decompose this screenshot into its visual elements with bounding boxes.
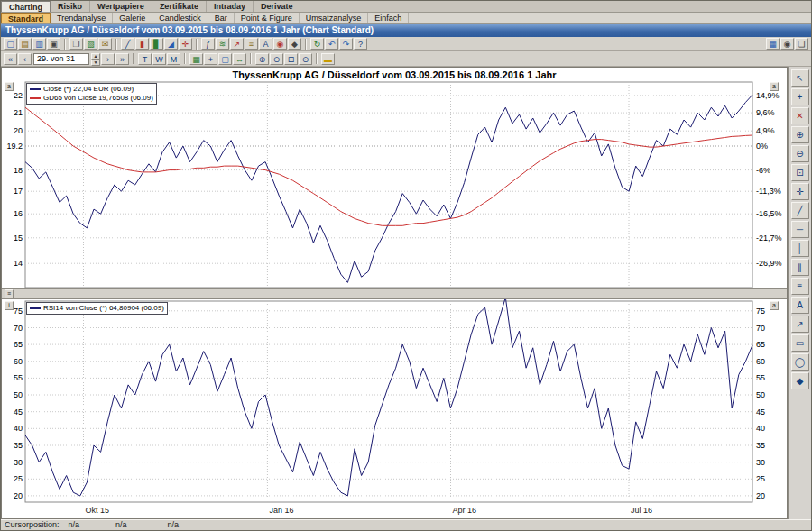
subtab-7[interactable]: Einfach: [368, 13, 409, 23]
tab-1[interactable]: Risiko: [51, 1, 90, 12]
main-pane-right-button[interactable]: a: [770, 82, 779, 91]
trend-icon[interactable]: ↗: [230, 38, 244, 50]
timeframe-day-icon[interactable]: T: [138, 53, 152, 65]
main-pane-left-button[interactable]: a: [5, 82, 14, 91]
chart-position-value: 29. von 31: [37, 54, 75, 64]
y-tick-label-left: 30: [14, 458, 23, 467]
rectangle-tool-icon[interactable]: ▭: [791, 334, 809, 352]
zoom-in-tool-icon[interactable]: ⊕: [791, 126, 809, 143]
vertical-line-tool-icon[interactable]: │: [791, 240, 809, 257]
legend-label: RSI14 von Close (*) 64,80904 (06.09): [43, 304, 164, 312]
subtab-4[interactable]: Bar: [208, 13, 235, 23]
horizontal-line-tool-icon[interactable]: ─: [791, 221, 809, 238]
copy-icon[interactable]: ❐: [69, 38, 83, 50]
subtab-6[interactable]: Umsatzanalyse: [300, 13, 369, 23]
zoom-in-icon[interactable]: ⊕: [255, 53, 269, 65]
legend-rsi[interactable]: RSI14 von Close (*) 64,80904 (06.09): [26, 302, 168, 315]
subtab-3[interactable]: Candlestick: [152, 13, 208, 23]
alarm-icon[interactable]: ◉: [273, 38, 287, 50]
settings-icon[interactable]: ◆: [288, 38, 301, 50]
chart-window-titlebar: ThyssenKrupp AG / Düsseldorf vom 03.09.2…: [1, 24, 811, 37]
fibonacci-icon[interactable]: ≡: [245, 38, 258, 50]
rsi-pane-left-button[interactable]: i: [5, 301, 14, 310]
export-icon[interactable]: ▧: [84, 38, 97, 50]
save-chart-icon[interactable]: ▥: [32, 38, 46, 50]
crosshair-icon[interactable]: +: [204, 53, 217, 65]
legend-item: RSI14 von Close (*) 64,80904 (06.09): [30, 304, 164, 313]
rsi-pane-right-button[interactable]: a: [770, 301, 779, 310]
y-tick-label-right: -26,9%: [756, 259, 782, 268]
nav-next-icon[interactable]: ›: [101, 53, 115, 65]
zoom-window-tool-icon[interactable]: ⊡: [791, 164, 809, 181]
pan-mode-icon[interactable]: ↔: [233, 53, 246, 65]
nav-first-icon[interactable]: «: [4, 53, 17, 65]
spin-down-icon[interactable]: ▼: [91, 60, 100, 66]
tab-5[interactable]: Derivate: [254, 1, 301, 12]
tab-3[interactable]: Zertifikate: [152, 1, 207, 12]
tab-0[interactable]: Charting: [1, 1, 51, 12]
text-note-icon[interactable]: A: [259, 38, 272, 50]
legend-item: GD65 von Close 19,76508 (06.09): [30, 94, 153, 103]
nav-left-group: «‹: [4, 53, 32, 65]
indicator-icon[interactable]: ƒ: [201, 38, 215, 50]
toolbar-separator: [316, 53, 318, 64]
tab-2[interactable]: Wertpapiere: [90, 1, 152, 12]
delete-tool-icon[interactable]: ✕: [791, 107, 809, 124]
fibonacci-tool-icon[interactable]: ≡: [791, 278, 809, 295]
print-icon[interactable]: ▣: [47, 38, 60, 50]
crosshair-tool-icon[interactable]: +: [791, 88, 809, 105]
ellipse-tool-icon[interactable]: ◯: [791, 353, 809, 371]
timeframe-month-icon[interactable]: M: [167, 53, 180, 65]
select-mode-icon[interactable]: ▢: [218, 53, 232, 65]
tab-4[interactable]: Intraday: [207, 1, 254, 12]
y-tick-label-right: 60: [756, 357, 765, 366]
y-tick-label-right: 40: [756, 424, 765, 433]
candlestick-icon[interactable]: ▮: [135, 38, 149, 50]
nav-last-icon[interactable]: »: [115, 53, 129, 65]
zoom-window-icon[interactable]: ⊡: [284, 53, 298, 65]
grid-toggle-icon[interactable]: ▦: [189, 53, 203, 65]
y-tick-label-left: 20: [14, 126, 23, 135]
area-chart-icon[interactable]: ◢: [164, 38, 178, 50]
arrow-tool-icon[interactable]: ↗: [791, 316, 809, 333]
pane-splitter[interactable]: [2, 288, 787, 299]
redo-icon[interactable]: ↷: [339, 38, 353, 50]
channel-tool-icon[interactable]: ∥: [791, 259, 809, 276]
trendline-tool-icon[interactable]: ╱: [791, 202, 809, 219]
layout-icon[interactable]: ▦: [766, 38, 780, 50]
zoom-reset-icon[interactable]: ⊙: [299, 53, 312, 65]
text-tool-icon[interactable]: A: [791, 297, 809, 314]
timeframe-week-icon[interactable]: W: [152, 53, 166, 65]
subtab-0[interactable]: Standard: [1, 13, 51, 23]
y-tick-label-left: 17: [14, 187, 23, 196]
refresh-icon[interactable]: ↻: [310, 38, 324, 50]
move-tool-icon[interactable]: ✛: [791, 183, 809, 200]
menu-tab-bar: ChartingRisikoWertpapiereZertifikateIntr…: [1, 1, 811, 13]
nav-prev-icon[interactable]: ‹: [18, 53, 32, 65]
pointer-tool-icon[interactable]: ↖: [791, 69, 809, 87]
line-chart-icon[interactable]: ╱: [121, 38, 134, 50]
snapshot-icon[interactable]: ◉: [780, 38, 794, 50]
point-figure-icon[interactable]: ✛: [179, 38, 192, 50]
undo-icon[interactable]: ↶: [325, 38, 338, 50]
rsi14-series-line: [25, 298, 752, 496]
detach-window-icon[interactable]: ❏: [795, 38, 808, 50]
subtab-5[interactable]: Point & Figure: [235, 13, 300, 23]
help-icon[interactable]: ?: [354, 38, 367, 50]
compare-icon[interactable]: ≋: [216, 38, 229, 50]
zoom-out-tool-icon[interactable]: ⊖: [791, 145, 809, 162]
legend-main[interactable]: Close (*) 22,04 EUR (06.09)GD65 von Clos…: [26, 83, 157, 105]
new-chart-icon[interactable]: ▢: [4, 38, 17, 50]
note-icon[interactable]: ▬: [321, 53, 335, 65]
subtab-1[interactable]: Trendanalyse: [51, 13, 113, 23]
bar-chart-icon[interactable]: ▊: [150, 38, 163, 50]
zoom-out-icon[interactable]: ⊖: [270, 53, 283, 65]
splitter-menu-button[interactable]: ≡: [5, 289, 14, 298]
spin-up-icon[interactable]: ▲: [91, 53, 100, 60]
chart-area: 2214,9%219,6%204,9%19.20%18-6%17-11,3%16…: [1, 67, 788, 519]
chart-position-combo[interactable]: 29. von 31: [33, 53, 89, 65]
open-chart-icon[interactable]: ▤: [18, 38, 32, 50]
subtab-2[interactable]: Galerie: [113, 13, 152, 23]
mail-icon[interactable]: ✉: [98, 38, 112, 50]
palette-settings-icon[interactable]: ◆: [791, 372, 809, 389]
